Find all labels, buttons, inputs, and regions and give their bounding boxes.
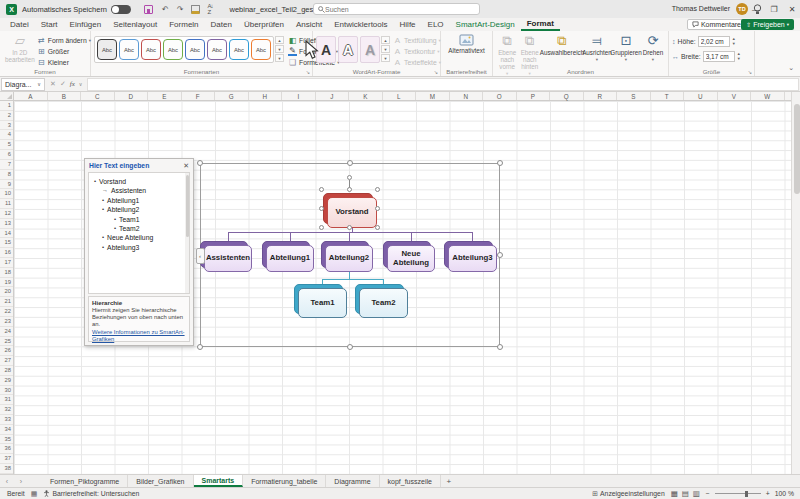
shape-rotate-handle[interactable] <box>347 175 352 180</box>
sheet-tab-kopf_fusszeile[interactable]: kopf_fusszeile <box>380 475 441 487</box>
row-header-6[interactable]: 6 <box>0 150 13 160</box>
canvas-resize-handle[interactable] <box>497 160 503 166</box>
row-header-21[interactable]: 21 <box>0 297 13 307</box>
sheet-tab-formen_piktogramme[interactable]: Formen_Piktogramme <box>42 475 128 487</box>
textpane-item-3[interactable]: •Abteilung2 <box>89 205 189 214</box>
display-settings-button[interactable]: ⊞ Anzeigeeinstellungen <box>592 490 665 498</box>
menu-tab-ansicht[interactable]: Ansicht <box>290 18 328 31</box>
wordart-up-icon[interactable]: ▲ <box>381 36 390 44</box>
row-header-15[interactable]: 15 <box>0 238 13 248</box>
change-shape-button[interactable]: ⇄Form ändern▾ <box>37 35 91 45</box>
row-header-26[interactable]: 26 <box>0 346 13 356</box>
row-header-18[interactable]: 18 <box>0 268 13 278</box>
restore-button[interactable]: ❐ <box>766 0 782 18</box>
close-button[interactable]: ✕ <box>784 0 800 18</box>
height-spinner[interactable]: ▲▼ <box>732 37 736 46</box>
org-node-abteilung1[interactable]: Abteilung1 <box>266 245 314 272</box>
column-header-w[interactable]: W <box>751 92 785 100</box>
shape-resize-handle[interactable] <box>319 187 324 192</box>
menu-tab-einfügen[interactable]: Einfügen <box>64 18 108 31</box>
shape-resize-handle[interactable] <box>347 187 352 192</box>
wordart-style-1[interactable]: A <box>316 36 336 63</box>
menu-tab-hilfe[interactable]: Hilfe <box>394 18 422 31</box>
comments-button[interactable]: Kommentare <box>687 19 746 30</box>
row-header-38[interactable]: 38 <box>0 464 13 474</box>
row-header-2[interactable]: 2 <box>0 111 13 121</box>
zoom-level-label[interactable]: 100 % <box>775 490 794 497</box>
shape-style-thumb-5[interactable]: Abc <box>185 39 205 60</box>
share-button[interactable]: ⇧ Freigeben ▾ <box>741 19 794 30</box>
row-header-33[interactable]: 33 <box>0 415 13 425</box>
org-node-neue-abteilung[interactable]: Neue Abteilung <box>387 245 435 272</box>
width-input[interactable] <box>703 51 735 62</box>
cancel-icon[interactable]: ✕ <box>50 80 56 88</box>
menu-tab-daten[interactable]: Daten <box>205 18 238 31</box>
save-icon[interactable] <box>144 5 153 14</box>
column-header-c[interactable]: C <box>81 92 115 100</box>
fx-icon[interactable]: fx <box>70 80 75 88</box>
column-header-i[interactable]: I <box>282 92 316 100</box>
wordart-style-3[interactable]: A <box>360 36 380 63</box>
search-input[interactable] <box>325 6 455 13</box>
menu-tab-smartart-design[interactable]: SmartArt-Design <box>450 18 521 31</box>
wordart-style-2[interactable]: A <box>338 36 358 63</box>
vertical-scrollbar-thumb[interactable] <box>794 104 800 194</box>
accessibility-status[interactable]: Barrierefreiheit: Untersuchen <box>43 490 139 497</box>
row-header-27[interactable]: 27 <box>0 356 13 366</box>
formula-input[interactable] <box>87 78 799 91</box>
zoom-slider[interactable] <box>715 493 761 494</box>
column-header-e[interactable]: E <box>148 92 182 100</box>
row-header-11[interactable]: 11 <box>0 199 13 209</box>
shape-resize-handle[interactable] <box>319 206 324 211</box>
shape-resize-handle[interactable] <box>319 225 324 230</box>
height-input[interactable] <box>698 36 730 47</box>
menu-tab-format[interactable]: Format <box>521 18 560 31</box>
wordart-down-icon[interactable]: ▼ <box>381 45 390 53</box>
user-avatar[interactable]: TD <box>736 3 748 15</box>
width-spinner[interactable]: ▲▼ <box>737 52 741 61</box>
larger-button[interactable]: ⊞Größer <box>37 46 91 56</box>
row-header-17[interactable]: 17 <box>0 258 13 268</box>
collapse-ribbon-icon[interactable]: ⌄ <box>788 64 794 72</box>
add-sheet-button[interactable]: + <box>441 475 457 487</box>
canvas-resize-handle[interactable] <box>347 160 353 166</box>
canvas-resize-handle[interactable] <box>347 344 353 350</box>
row-header-1[interactable]: 1 <box>0 101 13 111</box>
row-header-31[interactable]: 31 <box>0 395 13 405</box>
macro-record-icon[interactable]: ▦ <box>31 490 38 498</box>
undo-icon[interactable]: ↶ <box>162 5 169 14</box>
menu-tab-datei[interactable]: Datei <box>4 18 35 31</box>
org-node-abteilung3[interactable]: Abteilung3 <box>448 245 497 272</box>
textpane-item-6[interactable]: •Neue Abteilung <box>89 233 189 242</box>
search-box[interactable] <box>313 3 480 15</box>
shape-resize-handle[interactable] <box>347 225 352 230</box>
name-box[interactable]: Diagra...∨ <box>1 78 45 91</box>
shape-style-thumb-4[interactable]: Abc <box>163 39 183 60</box>
size-dialog-launcher-icon[interactable]: ↘ <box>748 69 752 75</box>
row-header-4[interactable]: 4 <box>0 130 13 140</box>
column-header-k[interactable]: K <box>349 92 383 100</box>
textpane-item-2[interactable]: •Abteilung1 <box>89 196 189 205</box>
column-header-t[interactable]: T <box>651 92 685 100</box>
column-header-n[interactable]: N <box>450 92 484 100</box>
wordart-more-icon[interactable]: ▼ <box>381 54 390 62</box>
sheet-tab-smartarts[interactable]: Smartarts <box>194 475 244 487</box>
autosave-toggle[interactable] <box>111 5 131 14</box>
textpane-help-link[interactable]: Weitere Informationen zu SmartArt-Grafik… <box>92 329 186 343</box>
redo-icon[interactable]: ↷ <box>177 5 184 14</box>
menu-tab-überprüfen[interactable]: Überprüfen <box>238 18 290 31</box>
text-effects-button[interactable]: ATexteffekte▾ <box>393 57 441 67</box>
row-header-23[interactable]: 23 <box>0 317 13 327</box>
sort-icon[interactable]: A↓Z <box>207 3 212 15</box>
row-headers[interactable]: 1234567891011121314151617181920212223242… <box>0 101 14 474</box>
smaller-button[interactable]: ⊟Kleiner <box>37 57 91 67</box>
row-header-28[interactable]: 28 <box>0 366 13 376</box>
column-headers[interactable]: ABCDEFGHIJKLMNOPQRSTUVW <box>14 92 791 101</box>
org-node-abteilung2[interactable]: Abteilung2 <box>325 245 373 272</box>
formenarten-dialog-launcher-icon[interactable]: ↘ <box>306 69 310 75</box>
textpane-list[interactable]: •Vorstand→Assistenten•Abteilung1•Abteilu… <box>88 172 190 294</box>
shape-resize-handle[interactable] <box>375 206 380 211</box>
sheet-tab-bilder_grafiken[interactable]: Bilder_Grafiken <box>128 475 193 487</box>
selection-pane-button[interactable]: ⧉Auswahlbereich <box>541 33 583 57</box>
sheet-tab-formatierung_tabelle[interactable]: Formatierung_tabelle <box>243 475 326 487</box>
